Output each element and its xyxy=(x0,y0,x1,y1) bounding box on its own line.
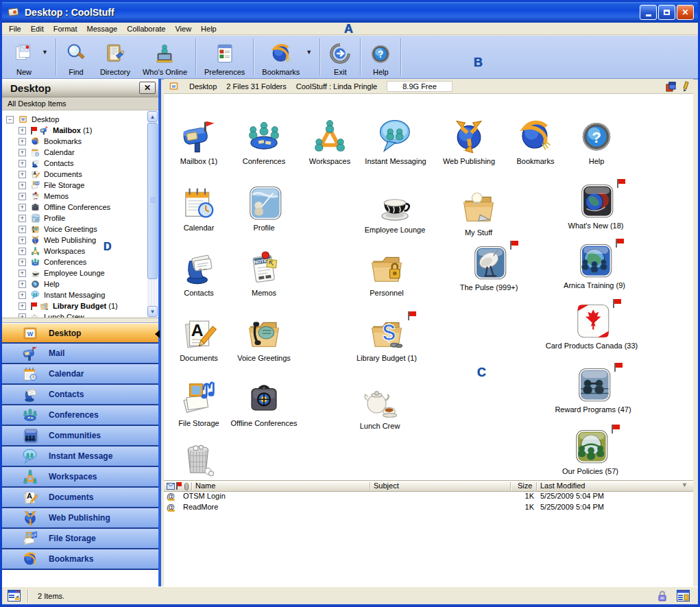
desktop-item-voice-greetings[interactable]: Voice Greetings xyxy=(226,314,302,362)
sort-arrow-icon[interactable]: ▼ xyxy=(681,481,688,488)
desktop-item-help[interactable]: ?Help xyxy=(559,117,634,165)
expand-box[interactable]: + xyxy=(19,237,26,244)
expand-box[interactable]: + xyxy=(19,160,26,167)
tree-item-memos[interactable]: +NOTICEMemos xyxy=(2,191,69,202)
menu-file[interactable]: File xyxy=(5,23,27,34)
expand-box[interactable]: + xyxy=(19,138,26,145)
sidebar-item-communities[interactable]: Communities xyxy=(2,426,158,447)
tree-item-library-budget[interactable]: +$Library Budget(1) xyxy=(2,300,118,311)
expand-box[interactable]: + xyxy=(19,281,26,288)
panel-toggle-icon[interactable] xyxy=(8,590,21,602)
tree-item-offline-conferences[interactable]: +Offline Conferences xyxy=(2,202,110,213)
desktop-item-profile[interactable]: Profile xyxy=(226,184,302,232)
desktop-item-library-budget-1[interactable]: $Library Budget (1) xyxy=(349,314,424,362)
edit-pencil-icon[interactable] xyxy=(681,81,689,92)
view-options-icon[interactable] xyxy=(677,590,690,602)
toolbar-directory-button[interactable]: Directory xyxy=(94,36,136,78)
toolbar-new-dropdown-arrow[interactable]: ▼ xyxy=(42,36,53,78)
sidebar-item-documents[interactable]: ADocuments xyxy=(2,488,158,508)
expand-box[interactable]: + xyxy=(19,171,26,178)
scroll-up-button[interactable]: ▲ xyxy=(147,111,158,122)
desktop-item-our-policies-57[interactable]: Our Policies (57) xyxy=(553,427,628,475)
tree-scrollbar[interactable]: ▲ ▼ xyxy=(147,110,158,318)
scroll-thumb[interactable] xyxy=(147,123,158,279)
panel-close-button[interactable]: ✕ xyxy=(139,82,156,94)
sidebar-item-contacts[interactable]: Contacts xyxy=(2,385,158,405)
desktop-item-arnica-training-9[interactable]: Arnica Training (9) xyxy=(557,241,632,289)
menu-collaborate[interactable]: Collaborate xyxy=(123,23,171,34)
expand-box[interactable]: + xyxy=(19,182,26,189)
tree-item-file-storage[interactable]: +File Storage xyxy=(2,180,84,191)
sidebar-item-desktop[interactable]: WDesktop xyxy=(2,323,158,344)
desktop-item-card-products-canada-33[interactable]: Card Products Canada (33) xyxy=(554,302,629,350)
expand-box[interactable]: + xyxy=(19,149,26,156)
desktop-item-personnel[interactable]: Personnel xyxy=(349,249,424,297)
desktop-item-reward-programs-47[interactable]: Reward Programs (47) xyxy=(555,366,631,414)
sidebar-item-workspaces[interactable]: Workspaces xyxy=(2,467,158,488)
title-bar[interactable]: Desktop : CoolStuff ✕ xyxy=(2,2,698,23)
menu-help[interactable]: Help xyxy=(197,23,223,34)
toolbar-bookmarks-dropdown-arrow[interactable]: ▼ xyxy=(306,36,317,78)
toolbar-new-button[interactable]: New xyxy=(6,36,42,78)
expand-box[interactable]: + xyxy=(19,291,26,299)
sidebar-item-instant-message[interactable]: Instant Message xyxy=(2,447,158,467)
sidebar-item-file-storage[interactable]: File Storage xyxy=(2,529,158,549)
tree-item-desktop[interactable]: −WDesktop xyxy=(2,114,59,125)
toolbar-bookmarks-button[interactable]: Bookmarks xyxy=(256,36,306,78)
expand-box[interactable]: + xyxy=(19,270,26,277)
tree-item-profile[interactable]: +Profile xyxy=(2,213,65,224)
tree-item-instant-messaging[interactable]: +Instant Messaging xyxy=(2,289,105,300)
flag-column-icon[interactable] xyxy=(176,482,182,490)
maximize-button[interactable] xyxy=(658,5,675,20)
desktop-item-employee-lounge[interactable]: Employee Lounge xyxy=(357,186,433,234)
menu-message[interactable]: Message xyxy=(84,23,124,34)
desktop-item-what-s-new-18[interactable]: What's New (18) xyxy=(558,182,633,230)
toolbar-who-s-online-button[interactable]: Who's Online xyxy=(136,36,193,78)
expand-box[interactable]: + xyxy=(19,248,26,255)
expand-box[interactable]: + xyxy=(19,127,26,134)
column-subject[interactable]: Subject xyxy=(374,481,399,490)
tree-item-bookmarks[interactable]: +Bookmarks xyxy=(2,136,82,147)
tree-item-lunch-crew[interactable]: +Lunch Crew xyxy=(2,311,84,318)
column-last-modified[interactable]: Last Modified xyxy=(540,481,585,490)
desktop-item-lunch-crew[interactable]: Lunch Crew xyxy=(342,382,418,430)
message-column-icon[interactable] xyxy=(167,483,175,490)
menu-view[interactable]: View xyxy=(171,23,197,34)
desktop-item-conferences[interactable]: Conferences xyxy=(226,117,302,165)
expand-box[interactable]: + xyxy=(19,226,26,233)
tree-item-mailbox[interactable]: +Mailbox(1) xyxy=(2,125,92,136)
filter-bar[interactable]: All Desktop Items xyxy=(2,97,158,110)
desktop-item-my-stuff[interactable]: My Stuff xyxy=(441,189,516,237)
desktop-item-the-pulse-999[interactable]: The Pulse (999+) xyxy=(451,243,527,291)
menu-format[interactable]: Format xyxy=(50,23,84,34)
column-size[interactable]: Size xyxy=(518,481,532,490)
sidebar-item-conferences[interactable]: Conferences xyxy=(2,405,158,426)
desktop-item-memos[interactable]: NOTICEMemos xyxy=(226,249,302,297)
sidebar-item-calendar[interactable]: Calendar xyxy=(2,364,158,385)
expand-box[interactable]: + xyxy=(19,259,26,266)
tree-item-conferences[interactable]: +Conferences xyxy=(2,257,86,267)
close-button[interactable]: ✕ xyxy=(677,5,694,20)
attachment-column-icon[interactable] xyxy=(184,482,189,491)
tree-item-voice-greetings[interactable]: +Voice Greetings xyxy=(2,224,97,235)
tree-item-web-publishing[interactable]: +Web Publishing xyxy=(2,235,96,246)
expand-box[interactable]: + xyxy=(19,313,26,318)
list-row-readmore[interactable]: @ReadMore1K5/25/2009 5:04 PM xyxy=(164,503,693,514)
desktop-item-web-publishing[interactable]: Web Publishing xyxy=(431,117,507,165)
toolbar-preferences-button[interactable]: Preferences xyxy=(198,36,251,78)
scroll-down-button[interactable]: ▼ xyxy=(147,306,158,317)
tree-item-contacts[interactable]: +Contacts xyxy=(2,158,73,169)
toolbar-exit-button[interactable]: Exit xyxy=(322,36,358,78)
desktop-item-trash-can[interactable]: Trash Can xyxy=(164,440,237,480)
column-name[interactable]: Name xyxy=(195,481,215,490)
tree-item-workspaces[interactable]: +Workspaces xyxy=(2,246,85,257)
tree-item-employee-lounge[interactable]: +Employee Lounge xyxy=(2,267,105,278)
expand-box[interactable]: + xyxy=(19,204,26,211)
minimize-button[interactable] xyxy=(640,5,657,20)
expand-box[interactable]: + xyxy=(19,215,26,222)
collapse-box[interactable]: − xyxy=(6,116,14,123)
desktop-item-instant-messaging[interactable]: Instant Messaging xyxy=(358,117,433,165)
panel-splitter[interactable] xyxy=(2,318,158,323)
split-view-icon[interactable] xyxy=(666,82,676,92)
desktop-item-offline-conferences[interactable]: Offline Conferences xyxy=(226,379,302,427)
